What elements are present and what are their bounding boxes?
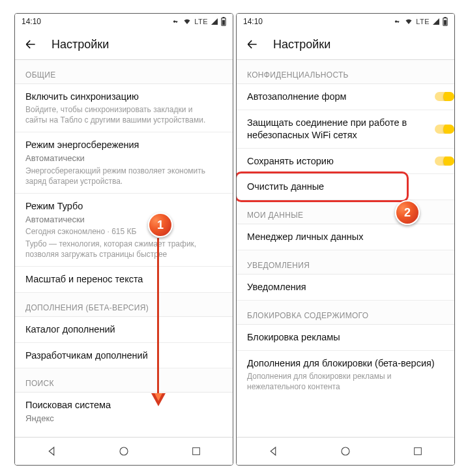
row-title: Режим энергосбережения: [25, 139, 222, 151]
row-save-history[interactable]: Сохранять историю: [237, 149, 454, 175]
row-notifications[interactable]: Уведомления: [237, 275, 454, 301]
nav-back-button[interactable]: [264, 442, 282, 460]
annotation-badge-1: 1: [148, 213, 173, 237]
clock: 14:10: [22, 17, 41, 26]
row-subtitle: Сегодня сэкономлено · 615 КБ: [25, 226, 222, 237]
row-search-engine[interactable]: Поисковая система Яндекс: [15, 393, 233, 430]
square-icon: [413, 446, 423, 456]
row-title: Каталог дополнений: [25, 323, 222, 336]
android-nav-bar: [237, 437, 454, 465]
row-title: Блокировка рекламы: [247, 331, 444, 344]
page-title: Настройки: [273, 38, 330, 52]
row-personal-data-manager[interactable]: Менеджер личных данных: [237, 224, 454, 250]
circle-icon: [340, 445, 351, 457]
row-subtitle: Энергосберегающий режим позволяет эконом…: [25, 166, 222, 186]
page-title: Настройки: [51, 38, 109, 52]
nav-back-button[interactable]: [42, 442, 61, 460]
svg-rect-7: [444, 20, 446, 25]
row-title: Защищать соединение при работе в небезоп…: [247, 117, 431, 141]
row-adblock[interactable]: Блокировка рекламы: [237, 325, 454, 351]
row-scale-text[interactable]: Масштаб и перенос текста: [15, 267, 233, 293]
toggle-switch[interactable]: [435, 156, 454, 166]
nav-recent-button[interactable]: [187, 442, 205, 460]
signal-icon: [432, 18, 440, 25]
row-title: Масштаб и перенос текста: [25, 273, 222, 286]
wifi-icon: [183, 18, 192, 25]
svg-rect-2: [222, 20, 225, 25]
section-search: ПОИСК: [15, 368, 233, 393]
lte-label: LTE: [416, 18, 430, 25]
status-bar: 14:10 LTE: [237, 14, 454, 29]
svg-rect-4: [193, 448, 200, 455]
status-bar: 14:10 LTE: [15, 14, 233, 29]
clock: 14:10: [243, 17, 263, 26]
nav-home-button[interactable]: [336, 442, 355, 460]
status-icons: LTE: [171, 17, 226, 26]
svg-point-3: [120, 447, 128, 455]
row-autofill-forms[interactable]: Автозаполнение форм: [237, 84, 454, 110]
back-button[interactable]: [24, 38, 37, 51]
row-clear-data[interactable]: Очистить данные: [237, 174, 454, 200]
row-title: Разработчикам дополнений: [25, 350, 222, 362]
section-general: ОБЩИЕ: [15, 60, 233, 84]
square-icon: [191, 446, 201, 456]
annotation-arrow: [157, 238, 159, 398]
svg-point-8: [342, 447, 349, 455]
row-subtitle: Дополнения для блокировки рекламы и неже…: [247, 371, 444, 392]
row-value: Яндекс: [25, 413, 222, 424]
section-content-blocking: БЛОКИРОВКА СОДЕРЖИМОГО: [237, 301, 454, 325]
row-protect-wifi[interactable]: Защищать соединение при работе в небезоп…: [237, 110, 454, 149]
arrow-left-icon: [24, 38, 37, 51]
row-value: Автоматически: [25, 153, 222, 164]
row-title: Автозаполнение форм: [247, 91, 431, 103]
settings-content-left: ОБЩИЕ Включить синхронизацию Войдите, чт…: [15, 60, 233, 437]
circle-icon: [118, 445, 130, 457]
triangle-left-icon: [267, 445, 279, 457]
battery-icon: [443, 17, 448, 26]
signal-icon: [211, 18, 218, 25]
back-button[interactable]: [246, 38, 259, 51]
row-addons-catalog[interactable]: Каталог дополнений: [15, 317, 233, 343]
row-addons-developers[interactable]: Разработчикам дополнений: [15, 343, 233, 369]
section-addons: ДОПОЛНЕНИЯ (БЕТА-ВЕРСИЯ): [15, 293, 233, 317]
row-title: Сохранять историю: [247, 155, 431, 168]
toggle-switch[interactable]: [435, 125, 454, 134]
annotation-badge-2: 2: [395, 200, 420, 225]
row-value: Автоматически: [25, 214, 222, 226]
row-subtitle-2: Турбо — технология, которая сжимает траф…: [25, 239, 222, 260]
row-enable-sync[interactable]: Включить синхронизацию Войдите, чтобы си…: [15, 84, 233, 132]
section-privacy: КОНФИДЕНЦИАЛЬНОСТЬ: [237, 60, 454, 84]
status-icons: LTE: [392, 17, 448, 26]
row-adblock-addons[interactable]: Дополнения для блокировки (бета-версия) …: [237, 351, 454, 398]
row-title: Включить синхронизацию: [25, 91, 222, 103]
vpn-key-icon: [392, 18, 402, 25]
battery-icon: [221, 17, 226, 26]
row-title: Дополнения для блокировки (бета-версия): [247, 357, 444, 370]
row-title: Поисковая система: [25, 399, 222, 411]
nav-home-button[interactable]: [115, 442, 133, 460]
android-nav-bar: [15, 437, 233, 465]
row-title: Менеджер личных данных: [247, 231, 444, 243]
row-title: Очистить данные: [247, 181, 444, 193]
app-header: Настройки: [15, 29, 233, 60]
annotation-arrow-head-inner: [154, 393, 162, 401]
svg-rect-9: [415, 448, 422, 455]
row-title: Режим Турбо: [25, 200, 222, 213]
svg-rect-6: [444, 17, 446, 18]
phone-screenshot-right: 14:10 LTE Настройки КОНФИДЕНЦИАЛЬНОСТЬ А…: [236, 13, 455, 466]
row-turbo-mode[interactable]: Режим Турбо Автоматически Сегодня сэконо…: [15, 194, 233, 267]
row-title: Уведомления: [247, 281, 444, 293]
lte-label: LTE: [194, 18, 208, 25]
phone-screenshot-left: 14:10 LTE Настройки ОБЩИЕ Включить синхр…: [14, 13, 233, 466]
section-my-data: МОИ ДАННЫЕ: [237, 200, 454, 224]
section-notifications: УВЕДОМЛЕНИЯ: [237, 250, 454, 275]
row-power-saving[interactable]: Режим энергосбережения Автоматически Эне…: [15, 132, 233, 194]
wifi-icon: [404, 18, 413, 25]
row-subtitle: Войдите, чтобы синхронизировать закладки…: [25, 104, 222, 125]
nav-recent-button[interactable]: [409, 442, 427, 460]
arrow-left-icon: [246, 38, 259, 51]
svg-rect-1: [222, 17, 224, 18]
vpn-key-icon: [171, 18, 180, 25]
settings-content-right: КОНФИДЕНЦИАЛЬНОСТЬ Автозаполнение форм З…: [237, 60, 454, 437]
toggle-switch[interactable]: [435, 92, 454, 101]
